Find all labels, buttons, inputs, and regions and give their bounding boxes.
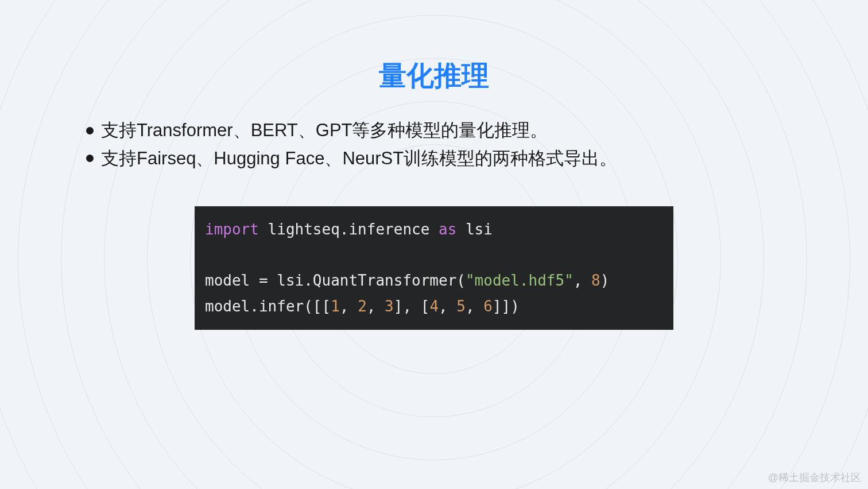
watermark: @稀土掘金技术社区 <box>768 471 861 484</box>
code-string: "model.hdf5" <box>466 272 574 289</box>
bullet-text: 支持Fairseq、Hugging Face、NeurST训练模型的两种格式导出… <box>101 145 617 172</box>
code-block: import lightseq.inference as lsi model =… <box>195 206 673 330</box>
bullet-dot-icon <box>86 127 94 134</box>
keyword-import: import <box>205 221 259 238</box>
code-line: model.infer([[1, 2, 3], [4, 5, 6]]) <box>205 294 663 319</box>
bullet-text: 支持Transformer、BERT、GPT等多种模型的量化推理。 <box>101 117 548 144</box>
keyword-as: as <box>439 221 456 238</box>
bullet-list: 支持Transformer、BERT、GPT等多种模型的量化推理。 支持Fair… <box>0 117 868 172</box>
code-line-blank <box>205 242 663 268</box>
code-number: 5 <box>456 298 466 315</box>
code-alias: lsi <box>456 221 493 238</box>
code-number: 1 <box>331 298 340 315</box>
bullet-dot-icon <box>86 155 94 162</box>
code-line: model = lsi.QuantTransformer("model.hdf5… <box>205 268 663 294</box>
code-number: 2 <box>358 298 367 315</box>
bullet-item: 支持Fairseq、Hugging Face、NeurST训练模型的两种格式导出… <box>86 145 811 172</box>
code-number: 4 <box>429 298 439 315</box>
code-number: 6 <box>483 298 493 315</box>
slide-content: 量化推理 支持Transformer、BERT、GPT等多种模型的量化推理。 支… <box>0 0 868 330</box>
slide-title: 量化推理 <box>0 57 868 94</box>
code-number: 8 <box>591 272 600 289</box>
code-line: import lightseq.inference as lsi <box>205 217 663 242</box>
bullet-item: 支持Transformer、BERT、GPT等多种模型的量化推理。 <box>86 117 811 144</box>
code-number: 3 <box>385 298 394 315</box>
code-module: lightseq.inference <box>259 221 439 238</box>
